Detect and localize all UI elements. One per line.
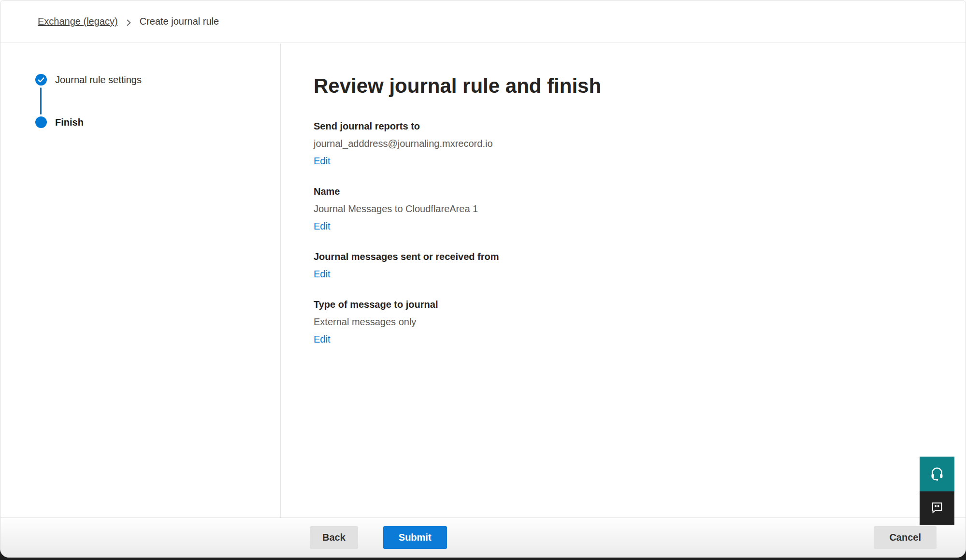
edit-journal-scope-link[interactable]: Edit: [314, 265, 330, 283]
exchange-admin-window: Exchange (legacy) Create journal rule: [0, 0, 966, 558]
section-value: External messages only: [314, 313, 946, 330]
section-name: Name Journal Messages to CloudflareArea …: [314, 183, 946, 235]
headset-icon: [929, 466, 945, 483]
submit-button[interactable]: Submit: [383, 526, 447, 549]
breadcrumb-create-journal-rule: Create journal rule: [140, 16, 219, 27]
breadcrumb-exchange-legacy[interactable]: Exchange (legacy): [38, 16, 118, 27]
cancel-button[interactable]: Cancel: [874, 526, 937, 549]
help-button[interactable]: [920, 457, 954, 491]
back-button[interactable]: Back: [310, 526, 358, 549]
wizard-step-journal-rule-settings[interactable]: Journal rule settings: [35, 74, 280, 86]
wizard-steps-sidebar: Journal rule settings Finish: [0, 43, 281, 517]
edit-name-link[interactable]: Edit: [314, 217, 330, 235]
section-label: Type of message to journal: [314, 296, 946, 313]
footer-action-bar: Back Submit Cancel: [0, 517, 966, 557]
wizard-step-label: Finish: [55, 117, 84, 128]
screen: Exchange (legacy) Create journal rule: [0, 0, 966, 560]
page-title: Review journal rule and finish: [314, 72, 946, 99]
section-label: Send journal reports to: [314, 117, 946, 135]
section-label: Name: [314, 183, 946, 200]
step-connector-line: [40, 87, 42, 115]
feedback-button[interactable]: [920, 491, 954, 525]
breadcrumb-chevron-icon: [126, 18, 132, 28]
section-journal-messages-scope: Journal messages sent or received from E…: [314, 248, 946, 283]
section-type-of-message: Type of message to journal External mess…: [314, 296, 946, 348]
section-value: Journal Messages to CloudflareArea 1: [314, 200, 946, 217]
review-panel: Review journal rule and finish Send jour…: [281, 43, 966, 517]
wizard-step-label: Journal rule settings: [55, 74, 142, 86]
step-completed-check-icon: [35, 74, 47, 86]
top-bar: Exchange (legacy) Create journal rule: [0, 0, 966, 43]
chat-feedback-icon: [930, 500, 944, 516]
wizard-steps: Journal rule settings Finish: [0, 43, 280, 128]
wizard-step-finish[interactable]: Finish: [35, 116, 280, 128]
step-current-dot-icon: [35, 116, 47, 128]
section-value: journal_adddress@journaling.mxrecord.io: [314, 135, 946, 152]
edit-send-journal-reports-link[interactable]: Edit: [314, 152, 330, 170]
section-label: Journal messages sent or received from: [314, 248, 946, 265]
edit-message-type-link[interactable]: Edit: [314, 330, 330, 348]
section-send-journal-reports-to: Send journal reports to journal_adddress…: [314, 117, 946, 170]
